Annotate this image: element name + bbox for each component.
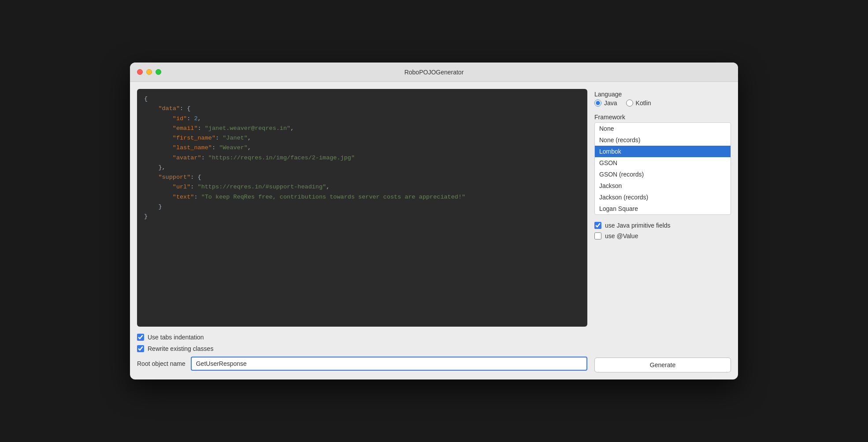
- root-object-row: Root object name: [137, 357, 587, 371]
- use-tabs-label[interactable]: Use tabs indentation: [148, 334, 204, 341]
- use-tabs-checkbox[interactable]: [137, 334, 144, 341]
- java-radio-item: Java: [594, 99, 617, 107]
- main-window: RoboPOJOGenerator { "data": { "id": 2, "…: [130, 63, 738, 379]
- language-section: Language Java Kotlin: [594, 91, 731, 110]
- json-content: { "data": { "id": 2, "email": "janet.wea…: [144, 94, 580, 221]
- bottom-controls: Use tabs indentation Rewrite existing cl…: [137, 332, 587, 372]
- right-panel: Language Java Kotlin Framework None: [594, 89, 731, 372]
- use-primitive-checkbox[interactable]: [594, 222, 601, 229]
- rewrite-classes-checkbox[interactable]: [137, 345, 144, 352]
- rewrite-classes-row: Rewrite existing classes: [137, 345, 587, 352]
- use-value-row: use @Value: [594, 232, 731, 239]
- framework-gson-records[interactable]: GSON (records): [595, 169, 731, 180]
- java-label[interactable]: Java: [604, 99, 617, 107]
- framework-label: Framework: [594, 114, 731, 121]
- framework-none[interactable]: None: [595, 123, 731, 134]
- maximize-button[interactable]: [156, 69, 161, 75]
- java-radio[interactable]: [594, 99, 601, 107]
- traffic-lights: [137, 69, 161, 75]
- framework-none-records[interactable]: None (records): [595, 134, 731, 146]
- framework-logan-square[interactable]: Logan Square: [595, 203, 731, 214]
- close-button[interactable]: [137, 69, 143, 75]
- framework-gson[interactable]: GSON: [595, 157, 731, 169]
- kotlin-radio-item: Kotlin: [626, 99, 651, 107]
- generate-button[interactable]: Generate: [594, 357, 731, 372]
- rewrite-classes-label[interactable]: Rewrite existing classes: [148, 345, 213, 352]
- kotlin-radio[interactable]: [626, 99, 633, 107]
- use-primitive-label[interactable]: use Java primitive fields: [605, 222, 671, 229]
- root-object-label: Root object name: [137, 360, 185, 367]
- left-panel: { "data": { "id": 2, "email": "janet.wea…: [137, 89, 587, 372]
- json-editor[interactable]: { "data": { "id": 2, "email": "janet.wea…: [137, 89, 587, 327]
- framework-lombok[interactable]: Lombok: [595, 146, 731, 157]
- content-area: { "data": { "id": 2, "email": "janet.wea…: [130, 82, 738, 379]
- use-value-checkbox[interactable]: [594, 232, 601, 239]
- titlebar: RoboPOJOGenerator: [130, 63, 738, 82]
- use-primitive-row: use Java primitive fields: [594, 222, 731, 229]
- framework-list: None None (records) Lombok GSON GSON (re…: [594, 122, 731, 215]
- right-checkboxes: use Java primitive fields use @Value: [594, 222, 731, 239]
- language-label: Language: [594, 91, 731, 98]
- use-tabs-row: Use tabs indentation: [137, 334, 587, 341]
- framework-section: Framework None None (records) Lombok GSO…: [594, 114, 731, 218]
- window-title: RoboPOJOGenerator: [404, 69, 464, 76]
- kotlin-label[interactable]: Kotlin: [636, 99, 651, 107]
- use-value-label[interactable]: use @Value: [605, 232, 638, 239]
- language-radio-row: Java Kotlin: [594, 99, 731, 107]
- root-object-input[interactable]: [191, 357, 587, 371]
- framework-jackson-records[interactable]: Jackson (records): [595, 192, 731, 203]
- framework-jackson[interactable]: Jackson: [595, 180, 731, 192]
- minimize-button[interactable]: [146, 69, 152, 75]
